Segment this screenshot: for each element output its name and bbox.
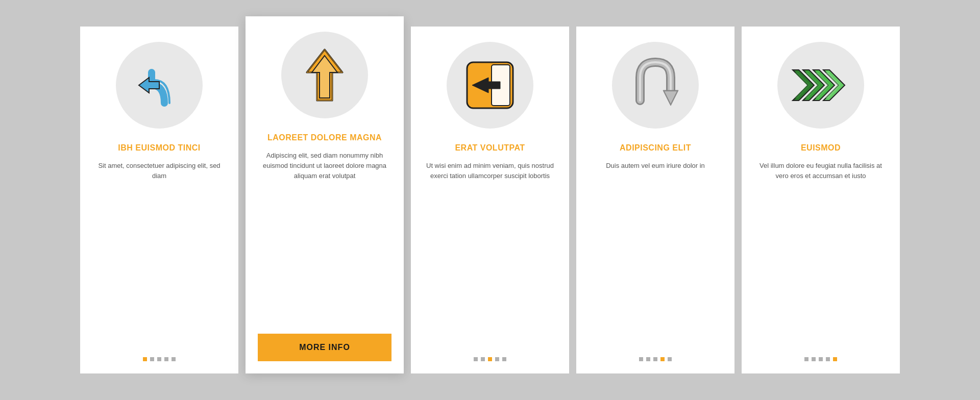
dot-4-5	[668, 357, 672, 361]
dot-3-5	[502, 357, 506, 361]
dot-5-4	[826, 357, 830, 361]
icon-circle-3	[447, 42, 533, 129]
icon-circle-1	[116, 42, 203, 129]
dot-5-1	[804, 357, 808, 361]
dot-1-1	[143, 357, 147, 361]
dot-4-4	[660, 357, 665, 361]
dot-1-2	[150, 357, 154, 361]
card-1: IBH EUISMOD TINCI Sit amet, consectetuer…	[80, 27, 238, 373]
card-3-dots	[474, 357, 506, 361]
card-2-title: LAOREET DOLORE MAGNA	[267, 133, 382, 143]
dot-5-2	[812, 357, 816, 361]
icon-circle-2	[281, 32, 368, 118]
up-arrow-icon	[297, 44, 353, 106]
icon-circle-4	[612, 42, 699, 129]
card-5-dots	[804, 357, 837, 361]
dot-4-1	[639, 357, 643, 361]
card-4-body: Duis autem vel eum iriure dolor in	[606, 161, 705, 345]
dot-5-3	[819, 357, 823, 361]
card-4-dots	[639, 357, 672, 361]
card-5-title: EUISMOD	[801, 143, 841, 154]
card-2: LAOREET DOLORE MAGNA Adipiscing elit, se…	[246, 16, 404, 373]
u-turn-arrow-icon	[625, 55, 686, 116]
card-1-dots	[143, 357, 176, 361]
dot-1-3	[157, 357, 161, 361]
dot-5-5	[833, 357, 837, 361]
dot-4-2	[646, 357, 650, 361]
dot-3-1	[474, 357, 478, 361]
turn-left-arrow-icon	[131, 57, 187, 113]
card-1-body: Sit amet, consectetuer adipiscing elit, …	[92, 161, 226, 345]
card-1-title: IBH EUISMOD TINCI	[118, 143, 200, 154]
card-5-body: Vel illum dolore eu feugiat nulla facili…	[754, 161, 888, 345]
card-2-body: Adipiscing elit, sed diam nonummy nibh e…	[258, 151, 391, 321]
card-5: EUISMOD Vel illum dolore eu feugiat null…	[742, 27, 900, 373]
chevrons-right-icon	[788, 60, 854, 111]
more-info-button[interactable]: MORE INFO	[258, 334, 391, 361]
icon-circle-5	[777, 42, 864, 129]
card-4: ADIPISCING ELIT Duis autem vel eum iriur…	[576, 27, 734, 373]
dot-4-3	[653, 357, 657, 361]
cards-container: IBH EUISMOD TINCI Sit amet, consectetuer…	[50, 6, 930, 394]
dot-3-4	[495, 357, 499, 361]
card-3-title: ERAT VOLUTPAT	[455, 143, 525, 154]
card-4-title: ADIPISCING ELIT	[620, 143, 691, 154]
card-3-body: Ut wisi enim ad minim veniam, quis nostr…	[423, 161, 557, 345]
dot-3-2	[481, 357, 485, 361]
dot-1-5	[172, 357, 176, 361]
enter-arrow-icon	[462, 57, 518, 113]
dot-3-3	[488, 357, 492, 361]
card-3: ERAT VOLUTPAT Ut wisi enim ad minim veni…	[411, 27, 569, 373]
dot-1-4	[164, 357, 168, 361]
